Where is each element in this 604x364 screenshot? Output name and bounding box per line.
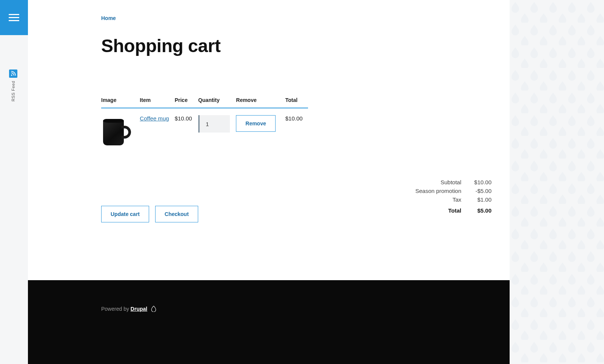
th-quantity: Quantity <box>198 94 236 108</box>
update-cart-button[interactable]: Update cart <box>101 206 149 222</box>
product-image <box>101 115 135 149</box>
summary-label-tax: Tax <box>415 196 461 203</box>
remove-button[interactable]: Remove <box>236 115 275 132</box>
summary-label-promo: Season promotion <box>415 188 461 194</box>
breadcrumb: Home <box>101 15 396 21</box>
cart-table: Image Item Price Quantity Remove Total <box>101 94 308 149</box>
drupal-icon <box>151 306 156 313</box>
summary-value-promo: -$5.00 <box>470 188 492 194</box>
main-menu-toggle[interactable] <box>0 0 28 35</box>
th-total: Total <box>285 94 308 108</box>
summary-total-value: $5.00 <box>470 205 492 214</box>
cart-row: Coffee mug $10.00 Remove $10.00 <box>101 108 308 149</box>
th-remove: Remove <box>236 94 285 108</box>
summary-total-label: Total <box>415 205 461 214</box>
th-price: Price <box>175 94 198 108</box>
svg-rect-1 <box>510 0 604 364</box>
rss-label: RSS Feed <box>11 81 15 102</box>
quantity-input[interactable] <box>200 115 230 133</box>
footer-powered-by: Powered by <box>101 306 131 312</box>
breadcrumb-home[interactable]: Home <box>101 15 116 21</box>
footer: Powered by Drupal <box>28 280 510 364</box>
page-title: Shopping cart <box>101 35 396 56</box>
background-pattern <box>510 0 604 364</box>
order-summary: Subtotal $10.00 Season promotion -$5.00 … <box>415 179 492 214</box>
line-total: $10.00 <box>285 108 308 149</box>
footer-drupal-link[interactable]: Drupal <box>131 306 147 312</box>
rss-icon <box>9 69 17 78</box>
main-content: Home Shopping cart Image Item Price Quan… <box>28 0 510 280</box>
svg-point-0 <box>11 74 12 76</box>
rss-feed-link[interactable]: RSS Feed <box>9 69 17 102</box>
hamburger-icon <box>9 14 19 21</box>
summary-value-subtotal: $10.00 <box>470 179 492 185</box>
summary-value-tax: $1.00 <box>470 196 492 203</box>
product-link[interactable]: Coffee mug <box>140 115 169 122</box>
summary-label-subtotal: Subtotal <box>415 179 461 185</box>
th-image: Image <box>101 94 140 108</box>
product-price: $10.00 <box>175 108 198 149</box>
th-item: Item <box>140 94 174 108</box>
checkout-button[interactable]: Checkout <box>155 206 198 222</box>
